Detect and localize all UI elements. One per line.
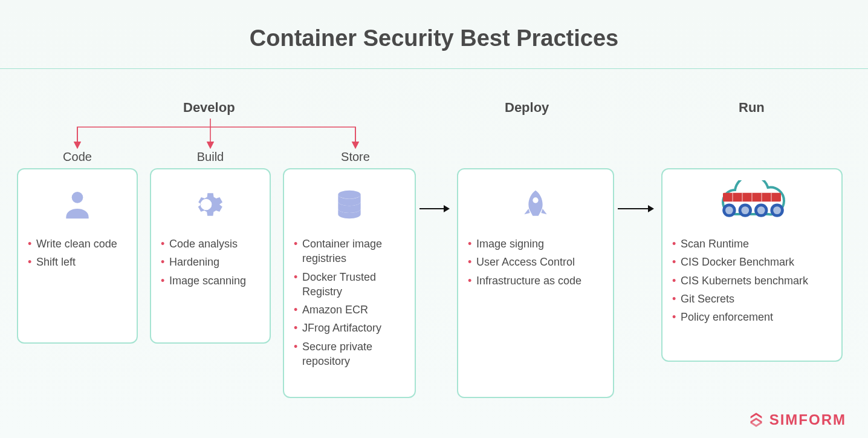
- brand-text: SIMFORM: [769, 411, 846, 428]
- rocket-icon: [468, 179, 603, 230]
- person-icon: [28, 179, 127, 230]
- list-item: Docker Trusted Registry: [294, 268, 405, 301]
- card-deploy: Image signing User Access Control Infras…: [457, 168, 614, 398]
- svg-point-16: [741, 206, 749, 214]
- card-code: Write clean code Shift left: [17, 168, 138, 344]
- list-item: Git Secrets: [672, 290, 832, 308]
- list-item: CIS Kubernets benchmark: [672, 272, 832, 290]
- run-list: Scan Runtime CIS Docker Benchmark CIS Ku…: [672, 235, 832, 326]
- list-item: CIS Docker Benchmark: [672, 253, 832, 271]
- list-item: User Access Control: [468, 253, 603, 271]
- svg-point-6: [533, 197, 538, 203]
- deploy-list: Image signing User Access Control Infras…: [468, 235, 603, 290]
- list-item: Image signing: [468, 235, 603, 253]
- card-build: Code analysis Hardening Image scanning: [150, 168, 271, 344]
- list-item: JFrog Artifactory: [294, 319, 405, 337]
- page-title: Container Security Best Practices: [0, 25, 868, 51]
- svg-point-20: [773, 206, 781, 214]
- card-store: Container image registries Docker Truste…: [283, 168, 416, 398]
- list-item: Shift left: [28, 253, 127, 271]
- arrow-deploy-run: [618, 208, 653, 209]
- cloud-cluster-icon: [672, 179, 832, 230]
- list-item: Policy enforcement: [672, 308, 832, 326]
- svg-point-14: [725, 206, 733, 214]
- list-item: Container image registries: [294, 235, 405, 268]
- svg-point-18: [757, 206, 765, 214]
- list-item: Infrastructure as code: [468, 272, 603, 290]
- list-item: Amazon ECR: [294, 301, 405, 319]
- store-list: Container image registries Docker Truste…: [294, 235, 405, 370]
- code-list: Write clean code Shift left: [28, 235, 127, 272]
- list-item: Hardening: [161, 253, 260, 271]
- stage-deploy-label: Deploy: [505, 100, 549, 116]
- list-item: Code analysis: [161, 235, 260, 253]
- list-item: Write clean code: [28, 235, 127, 253]
- card-run: Scan Runtime CIS Docker Benchmark CIS Ku…: [661, 168, 843, 362]
- database-icon: [294, 179, 405, 230]
- section-divider: [0, 68, 868, 69]
- brand-logo: SIMFORM: [748, 411, 846, 428]
- develop-bracket: [17, 119, 416, 152]
- list-item: Image scanning: [161, 272, 260, 290]
- stage-run-label: Run: [739, 100, 765, 116]
- simform-logo-icon: [748, 411, 765, 428]
- gear-icon: [161, 179, 260, 230]
- substage-build-label: Build: [150, 150, 271, 164]
- list-item: Scan Runtime: [672, 235, 832, 253]
- svg-point-5: [338, 191, 360, 199]
- list-item: Secure private repository: [294, 338, 405, 371]
- svg-point-4: [72, 192, 83, 203]
- substage-row: Code Build Store: [0, 150, 868, 168]
- stage-develop-label: Develop: [183, 100, 235, 116]
- substage-store-label: Store: [295, 150, 416, 164]
- substage-code-label: Code: [17, 150, 138, 164]
- arrow-store-deploy: [419, 208, 449, 209]
- build-list: Code analysis Hardening Image scanning: [161, 235, 260, 290]
